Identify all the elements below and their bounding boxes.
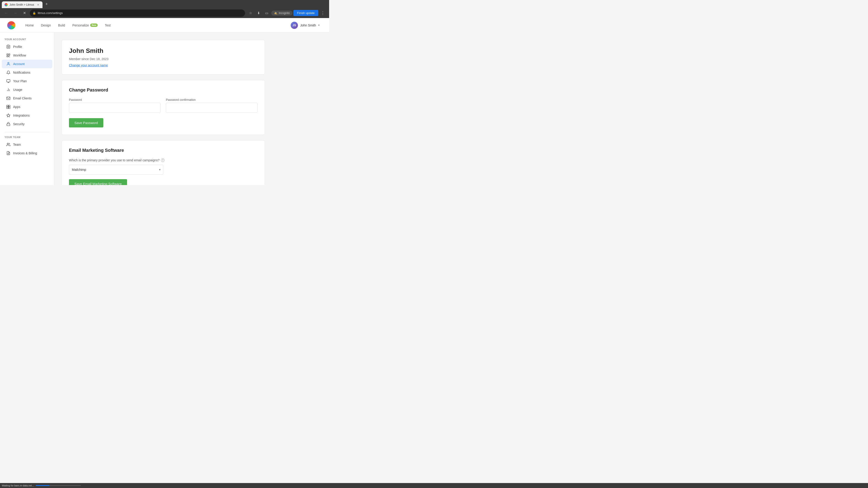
back-button[interactable]: ←: [3, 9, 10, 17]
lock-icon: 🔒: [33, 11, 36, 15]
forward-button[interactable]: →: [12, 9, 19, 17]
profile-card: John Smith Member since Dec 18, 2023 Cha…: [61, 40, 265, 74]
password-confirmation-group: Password confirmation: [166, 98, 257, 113]
bar-chart-icon: [6, 88, 10, 92]
password-input[interactable]: [69, 103, 160, 113]
change-password-card: Change Password Password Password confir…: [61, 80, 265, 135]
svg-rect-14: [7, 124, 10, 126]
ems-question-text: Which is the primary provider you use to…: [69, 158, 160, 162]
svg-rect-5: [7, 79, 10, 82]
main-layout: YOUR ACCOUNT Profile Workflow: [0, 33, 329, 185]
bookmark-button[interactable]: ☆: [247, 9, 254, 17]
help-icon[interactable]: ?: [161, 158, 164, 162]
svg-rect-11: [8, 105, 10, 107]
svg-rect-3: [7, 56, 8, 57]
active-tab[interactable]: John Smith > Litmus ✕: [2, 1, 42, 8]
ems-title: Email Marketing Software: [69, 148, 257, 153]
sidebar-label-integrations: Integrations: [13, 113, 30, 117]
new-badge: New: [90, 24, 98, 27]
save-password-button[interactable]: Save Password: [69, 118, 103, 127]
tab-close-button[interactable]: ✕: [36, 3, 40, 6]
password-confirmation-label: Password confirmation: [166, 98, 257, 101]
team-icon: [6, 142, 10, 147]
sidebar-label-your-plan: Your Plan: [13, 79, 27, 83]
ems-provider-select[interactable]: Mailchimp Constant Contact Campaign Moni…: [69, 165, 163, 175]
ems-question-row: Which is the primary provider you use to…: [69, 158, 257, 162]
sidebar-item-email-clients[interactable]: Email Clients: [2, 94, 52, 103]
password-form-row: Password Password confirmation: [69, 98, 257, 113]
password-group: Password: [69, 98, 160, 113]
svg-rect-9: [7, 97, 10, 100]
content-area: John Smith Member since Dec 18, 2023 Cha…: [54, 33, 329, 185]
lock-icon: [6, 122, 10, 126]
tab-favicon: [4, 3, 8, 6]
incognito-chip: 🕵️ Incognito: [271, 11, 292, 15]
user-menu[interactable]: JS John Smith ▾: [288, 20, 322, 30]
avatar: JS: [291, 22, 298, 29]
svg-rect-12: [7, 107, 8, 109]
apps-icon: [6, 105, 10, 109]
svg-point-4: [8, 62, 9, 64]
workflow-icon: [6, 53, 10, 57]
sidebar-item-notifications[interactable]: Notifications: [2, 68, 52, 77]
ems-select-wrapper: Mailchimp Constant Contact Campaign Moni…: [69, 165, 163, 175]
sidebar-label-team: Team: [13, 143, 21, 147]
sidebar-label-account: Account: [13, 62, 25, 66]
integrations-icon: [6, 113, 10, 118]
browser-actions: ☆ ⬇ ▭ 🕵️ Incognito Finish update ⋮: [247, 9, 327, 17]
sidebar-label-email-clients: Email Clients: [13, 96, 32, 100]
sidebar-item-security[interactable]: Security: [2, 120, 52, 128]
bell-icon: [6, 70, 10, 74]
more-menu-button[interactable]: ⋮: [319, 9, 327, 17]
svg-rect-13: [8, 107, 10, 109]
url-text: litmus.com/settings: [38, 11, 242, 15]
sidebar-toggle-button[interactable]: ▭: [263, 9, 270, 17]
nav-test[interactable]: Test: [102, 22, 114, 29]
password-confirmation-input[interactable]: [166, 103, 257, 113]
sidebar-label-workflow: Workflow: [13, 54, 26, 57]
change-name-link[interactable]: Change your account name: [69, 64, 108, 67]
sidebar-label-usage: Usage: [13, 88, 22, 92]
user-icon: [6, 62, 10, 66]
nav-home[interactable]: Home: [23, 22, 36, 29]
plan-icon: [6, 79, 10, 83]
sidebar-item-team[interactable]: Team: [2, 140, 52, 149]
sidebar-item-workflow[interactable]: Workflow: [2, 51, 52, 60]
svg-point-0: [8, 46, 9, 47]
nav-design[interactable]: Design: [38, 22, 54, 29]
svg-point-15: [7, 143, 8, 144]
app-nav: Home Design Build Personalize New Test: [23, 22, 281, 29]
your-account-section-label: YOUR ACCOUNT: [0, 38, 54, 42]
svg-rect-10: [7, 105, 8, 107]
email-marketing-card: Email Marketing Software Which is the pr…: [61, 140, 265, 185]
sidebar-item-account[interactable]: Account: [2, 60, 52, 68]
new-tab-button[interactable]: +: [43, 1, 50, 7]
sidebar-label-notifications: Notifications: [13, 71, 30, 74]
save-ems-button[interactable]: Save Email Marketing Software: [69, 179, 127, 185]
tab-bar: John Smith > Litmus ✕ +: [0, 0, 329, 8]
reload-button[interactable]: ✕: [21, 9, 28, 17]
profile-user-name: John Smith: [69, 47, 257, 55]
incognito-icon: 🕵️: [274, 11, 277, 15]
sidebar-label-invoices-billing: Invoices & Billing: [13, 151, 37, 155]
nav-build[interactable]: Build: [55, 22, 68, 29]
url-bar[interactable]: 🔒 litmus.com/settings: [30, 9, 245, 17]
change-password-title: Change Password: [69, 88, 257, 93]
sidebar-item-profile[interactable]: Profile: [2, 42, 52, 51]
sidebar-item-usage[interactable]: Usage: [2, 86, 52, 94]
finish-update-button[interactable]: Finish update: [293, 10, 318, 16]
sidebar-item-your-plan[interactable]: Your Plan: [2, 77, 52, 86]
user-menu-chevron: ▾: [318, 24, 320, 27]
svg-rect-1: [7, 54, 8, 55]
sidebar-item-invoices-billing[interactable]: Invoices & Billing: [2, 149, 52, 158]
your-team-section-label: YOUR TEAM: [0, 136, 54, 140]
app-header: Home Design Build Personalize New Test J…: [0, 18, 329, 33]
sidebar-item-integrations[interactable]: Integrations: [2, 111, 52, 120]
email-icon: [6, 96, 10, 100]
sidebar-label-profile: Profile: [13, 45, 22, 48]
nav-personalize[interactable]: Personalize New: [70, 22, 100, 29]
sidebar-item-apps[interactable]: Apps: [2, 103, 52, 111]
address-bar-row: ← → ✕ 🔒 litmus.com/settings ☆ ⬇ ▭ 🕵️ Inc…: [0, 8, 329, 18]
sidebar-label-apps: Apps: [13, 105, 20, 109]
download-button[interactable]: ⬇: [255, 9, 262, 17]
